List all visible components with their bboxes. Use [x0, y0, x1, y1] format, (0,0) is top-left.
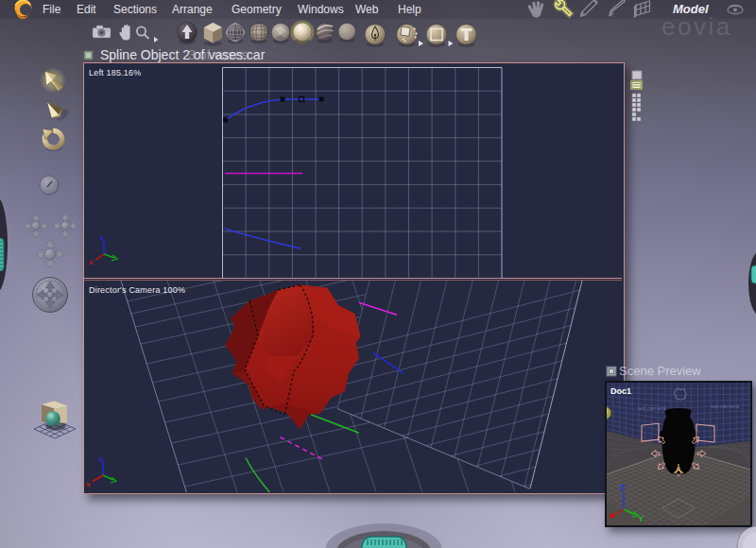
svg-text:top camera: top camera [711, 403, 740, 409]
svg-text:x: x [86, 480, 91, 488]
svg-text:z: z [100, 233, 104, 242]
svg-text:z: z [99, 454, 103, 463]
svg-text:Y: Y [638, 514, 644, 523]
svg-text:left camera: left camera [638, 405, 666, 411]
svg-text:Z: Z [620, 483, 626, 492]
svg-text:x: x [89, 258, 94, 266]
